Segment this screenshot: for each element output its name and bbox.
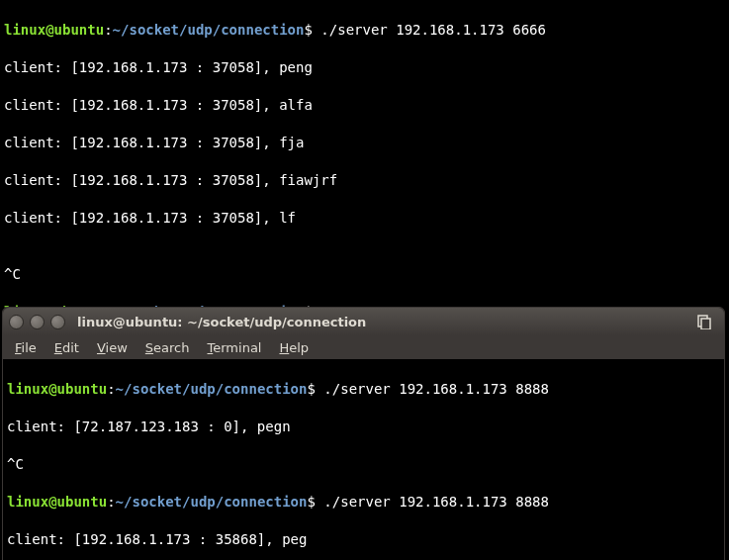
menu-view[interactable]: View	[89, 338, 136, 357]
prompt-end: $	[307, 494, 315, 510]
prompt-path: ~/socket/udp/connection	[116, 381, 308, 397]
prompt-path: ~/socket/udp/connection	[116, 494, 308, 510]
prompt-sep: :	[107, 381, 115, 397]
prompt-user: linux@ubuntu	[7, 494, 107, 510]
svg-rect-1	[701, 319, 710, 329]
prompt-line: linux@ubuntu:~/socket/udp/connection$ ./…	[7, 380, 720, 399]
output-line: client: [192.168.1.173 : 37058], alfa	[4, 96, 725, 115]
output-line: client: [192.168.1.173 : 37058], fja	[4, 134, 725, 152]
output-line: client: [192.168.1.173 : 37058], peng	[4, 58, 725, 77]
window-minimize-button[interactable]	[30, 315, 45, 329]
command: ./server 192.168.1.173 8888	[323, 381, 549, 397]
window-titlebar[interactable]: linux@ubuntu: ~/socket/udp/connection	[3, 308, 724, 335]
output-line: client: [192.168.1.173 : 37058], lf	[4, 209, 725, 228]
prompt-end: $	[307, 381, 315, 397]
terminal-window: linux@ubuntu: ~/socket/udp/connection Fi…	[2, 307, 725, 560]
prompt-user: linux@ubuntu	[7, 381, 107, 397]
output-line: ^C	[4, 265, 725, 284]
menu-search[interactable]: Search	[137, 338, 198, 357]
prompt-sep: :	[104, 22, 112, 38]
window-maximize-button[interactable]	[50, 315, 65, 329]
menu-edit[interactable]: Edit	[46, 338, 87, 357]
menu-file[interactable]: File	[7, 338, 45, 357]
prompt-line: linux@ubuntu:~/socket/udp/connection$ ./…	[7, 493, 720, 512]
prompt-sep: :	[107, 494, 115, 510]
command: ./server 192.168.1.173 6666	[320, 22, 546, 38]
menubar: File Edit View Search Terminal Help	[3, 335, 724, 359]
foreground-terminal[interactable]: linux@ubuntu:~/socket/udp/connection$ ./…	[3, 359, 724, 560]
menu-help[interactable]: Help	[271, 338, 317, 357]
prompt-user: linux@ubuntu	[4, 22, 104, 38]
menu-terminal[interactable]: Terminal	[200, 338, 270, 357]
prompt-line: linux@ubuntu:~/socket/udp/connection$ ./…	[4, 21, 725, 40]
prompt-path: ~/socket/udp/connection	[113, 22, 305, 38]
window-close-button[interactable]	[9, 315, 24, 329]
output-line: client: [192.168.1.173 : 37058], fiawjrf	[4, 171, 725, 190]
output-line: ^C	[7, 455, 720, 474]
prompt-end: $	[304, 22, 312, 38]
command: ./server 192.168.1.173 8888	[323, 494, 549, 510]
copy-icon	[696, 314, 712, 329]
output-line: client: [72.187.123.183 : 0], pegn	[7, 418, 720, 436]
window-title: linux@ubuntu: ~/socket/udp/connection	[77, 315, 696, 329]
output-line: client: [192.168.1.173 : 35868], peg	[7, 530, 720, 549]
